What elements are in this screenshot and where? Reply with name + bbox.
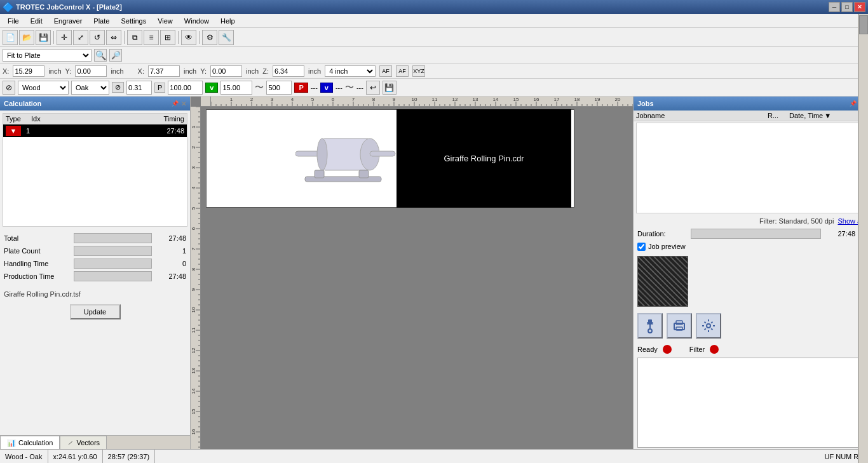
update-button[interactable]: Update xyxy=(70,304,121,319)
y-input[interactable] xyxy=(75,65,107,77)
svg-point-17 xyxy=(707,324,710,328)
preview-tool[interactable]: 👁 xyxy=(181,30,196,45)
undo-btn[interactable]: ↩ xyxy=(366,81,380,95)
coord-extra-btn2[interactable]: AF xyxy=(396,65,409,77)
distribute-tool[interactable]: ⊞ xyxy=(160,30,175,45)
jobs-pin-icon[interactable]: 📌 xyxy=(850,100,857,107)
minimize-button[interactable]: ─ xyxy=(829,2,840,12)
select-tool[interactable]: ⤢ xyxy=(73,30,88,45)
new-button[interactable]: 📄 xyxy=(3,30,18,45)
x2-label: X: xyxy=(138,67,144,75)
calculation-stats: Total 27:48 Plate Count 1 Handling Time … xyxy=(0,229,190,288)
power-label: P xyxy=(154,83,165,93)
menu-window[interactable]: Window xyxy=(179,16,214,26)
settings-button2[interactable] xyxy=(696,313,721,339)
calculation-title: Calculation xyxy=(4,100,41,107)
dpi-input[interactable] xyxy=(266,81,292,95)
x-input[interactable] xyxy=(13,65,44,77)
filter-indicator xyxy=(710,345,719,354)
jobs-col-jobname: Jobname xyxy=(636,112,765,119)
jobs-list-content xyxy=(637,123,865,213)
black-overlay: Giraffe Rolling Pin.cdr xyxy=(397,109,571,208)
move-tool[interactable]: ✛ xyxy=(57,30,72,45)
plate-count-value: 1 xyxy=(154,247,186,255)
y2-unit: inch xyxy=(246,67,259,75)
material-select[interactable]: Wood xyxy=(18,81,69,95)
save-button[interactable]: 💾 xyxy=(36,30,51,45)
usb-send-button[interactable] xyxy=(637,313,663,339)
calculation-panel: Calculation 📌 ✕ Type Idx Timing ▼ 1 27:4… xyxy=(0,97,191,449)
close-button[interactable]: ✕ xyxy=(854,2,865,12)
menu-engraver[interactable]: Engraver xyxy=(49,16,88,26)
tab-vectors[interactable]: ⟋ Vectors xyxy=(60,436,107,449)
status-row: Ready Filter xyxy=(634,342,868,356)
status-mode-text: UF NUM RF xyxy=(825,453,864,460)
coord-extra-btn[interactable]: AF xyxy=(379,65,392,77)
handling-time-bar xyxy=(74,258,152,269)
plate-count-label: Plate Count xyxy=(4,247,74,255)
menu-plate[interactable]: Plate xyxy=(88,16,114,26)
tab-calculation[interactable]: 📊 Calculation xyxy=(0,436,60,449)
subtype-select[interactable]: Oak xyxy=(71,81,109,95)
x2-input[interactable] xyxy=(148,65,180,77)
y-unit: inch xyxy=(111,67,123,75)
scrollbar-thumb xyxy=(859,15,868,34)
duplicate-tool[interactable]: ⧉ xyxy=(127,30,142,45)
coord-xyz-btn[interactable]: XYZ xyxy=(412,65,425,77)
plate-size-select[interactable]: 4 inch xyxy=(325,65,376,77)
v-badge: v xyxy=(205,83,218,93)
print-button[interactable] xyxy=(667,313,692,339)
mirror-tool[interactable]: ⇔ xyxy=(106,30,121,45)
menu-file[interactable]: File xyxy=(3,16,24,26)
extra-tool[interactable]: 🔧 xyxy=(219,30,234,45)
status-time-text: 28:57 (29:37) xyxy=(108,453,149,460)
calc-table-row[interactable]: ▼ 1 27:48 xyxy=(3,124,187,137)
svg-rect-8 xyxy=(359,170,369,178)
save-mat-btn[interactable]: 💾 xyxy=(383,81,397,95)
h-ruler-canvas xyxy=(211,97,633,107)
right-scrollbar[interactable] xyxy=(858,14,868,463)
y2-label: Y: xyxy=(200,67,207,75)
menu-help[interactable]: Help xyxy=(215,16,240,26)
menu-view[interactable]: View xyxy=(153,16,178,26)
zoom-out-button[interactable]: 🔎 xyxy=(109,49,122,62)
svg-point-4 xyxy=(317,138,327,170)
fit-select[interactable]: Fit to Plate xyxy=(3,49,92,62)
passes-input[interactable] xyxy=(126,81,152,95)
z-input[interactable] xyxy=(273,65,304,77)
sort-icon[interactable]: ▼ xyxy=(824,112,831,119)
speed-input[interactable] xyxy=(220,81,252,95)
settings-tool[interactable]: ⚙ xyxy=(202,30,217,45)
menu-settings[interactable]: Settings xyxy=(116,16,151,26)
align-tool[interactable]: ≡ xyxy=(144,30,159,45)
power-input[interactable] xyxy=(168,81,203,95)
zoom-in-button[interactable]: 🔍 xyxy=(94,49,107,62)
jobs-panel: Jobs 📌 ✕ Jobname R... Date, Time ▼ Filte… xyxy=(633,97,868,449)
app-title: TROTEC JobControl X - [Plate2] xyxy=(16,3,122,11)
canvas-content[interactable]: Giraffe Rolling Pin.cdr xyxy=(201,107,633,449)
open-button[interactable]: 📂 xyxy=(19,30,34,45)
dash1: --- xyxy=(311,84,318,91)
production-time-value: 27:48 xyxy=(154,272,186,280)
menubar: File Edit Engraver Plate Settings View W… xyxy=(0,14,868,28)
v-badge2: v xyxy=(320,83,333,93)
total-bar xyxy=(74,233,152,243)
y2-input[interactable] xyxy=(210,65,242,77)
restore-button[interactable]: □ xyxy=(841,2,853,12)
main-toolbar: 📄 📂 💾 ✛ ⤢ ↺ ⇔ ⧉ ≡ ⊞ 👁 ⚙ 🔧 xyxy=(0,28,868,47)
toolbar-sep-1 xyxy=(53,31,54,44)
row-timing: 27:48 xyxy=(53,127,184,135)
calc-icon: 📊 xyxy=(7,439,16,447)
plate-count-row: Plate Count 1 xyxy=(4,246,186,256)
calc-close-icon[interactable]: ✕ xyxy=(181,100,186,107)
menu-edit[interactable]: Edit xyxy=(25,16,48,26)
status-material: Wood - Oak xyxy=(0,450,48,463)
col-timing: Timing xyxy=(63,115,184,123)
jobs-list[interactable] xyxy=(636,123,865,213)
rotate-tool[interactable]: ↺ xyxy=(90,30,105,45)
job-preview-checkbox[interactable] xyxy=(637,243,646,251)
h-ruler: // Will be rendered statically xyxy=(201,97,633,107)
calculation-table: Type Idx Timing ▼ 1 27:48 xyxy=(3,113,187,227)
pin-icon[interactable]: 📌 xyxy=(172,100,179,107)
handling-time-label: Handling Time xyxy=(4,260,74,267)
